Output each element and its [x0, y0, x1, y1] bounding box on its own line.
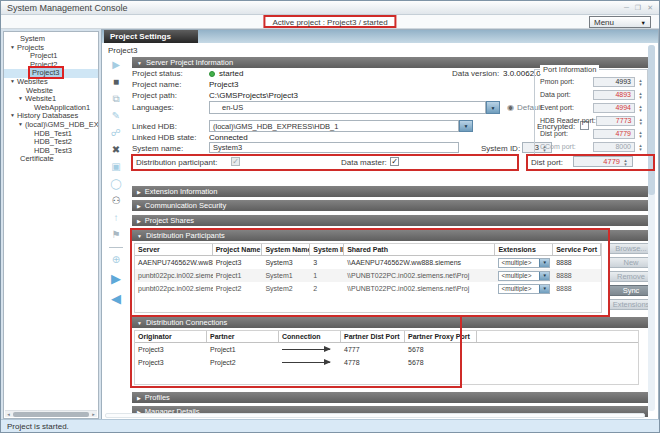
section-profiles[interactable]: Profiles — [132, 392, 648, 403]
project-name-value: Project3 — [209, 80, 238, 89]
collapse-icon — [137, 231, 142, 240]
expander-icon[interactable] — [10, 43, 17, 52]
port-row-pmon: Pmon port: 4993 — [540, 76, 644, 87]
spinner-arrows-icon[interactable] — [637, 91, 644, 99]
languages-label: Languages: — [132, 103, 174, 112]
minimize-icon[interactable]: ─ — [624, 4, 629, 12]
pmon-port-stepper[interactable]: 4993 — [593, 77, 635, 87]
dist-port-stepper[interactable]: 4779 — [573, 156, 633, 167]
connection-arrow-icon — [282, 349, 330, 350]
add-icon[interactable]: ⊕ — [112, 255, 120, 265]
connections-table: Originator Partner Connection Partner Di… — [134, 330, 639, 385]
main-vertical-scrollbar[interactable] — [648, 45, 655, 411]
linked-hdb-dropdown-button[interactable] — [459, 120, 473, 132]
table-row[interactable]: punbt022pc.in002.siemens.net Project2 Sy… — [135, 282, 601, 295]
expander-icon[interactable] — [18, 94, 25, 103]
scrollbar-thumb[interactable] — [13, 412, 89, 417]
project-status-value: started — [219, 69, 243, 78]
restore-icon[interactable]: ◯ — [110, 179, 121, 189]
spinner-arrows-icon[interactable] — [637, 104, 644, 112]
sync-button[interactable]: Sync — [609, 285, 653, 296]
project-settings-body: Project3 ▶ ■ ⧉ ✎ ☍ ✖ ▣ ◯ ⚇ ↑ ⚑ ⊕ ▶ ◀ — [103, 43, 657, 419]
extensions-dropdown[interactable]: <multiple> — [498, 258, 550, 268]
extensions-button[interactable]: Extensions — [609, 299, 653, 310]
hdb-reader-port-stepper[interactable]: 7773 — [596, 116, 636, 126]
share-users-icon[interactable]: ⚇ — [112, 196, 121, 206]
copy-icon[interactable]: ⧉ — [112, 94, 119, 104]
port-information-title: Port Information — [540, 65, 599, 74]
remove-button[interactable]: Remove — [609, 271, 653, 282]
data-version-label: Data version: — [452, 69, 499, 78]
menu-dropdown[interactable]: Menu — [589, 16, 651, 28]
spinner-arrows-icon[interactable] — [637, 78, 644, 86]
participants-table: Server Project Name System Name System I… — [134, 243, 602, 313]
browse-button[interactable]: Browse... — [609, 243, 653, 254]
close-icon[interactable]: ✕ — [647, 4, 653, 12]
upgrade-icon[interactable]: ↑ — [114, 213, 119, 223]
spinner-arrows-icon[interactable] — [622, 158, 629, 166]
tree-item-certificate[interactable]: Certificate — [4, 155, 98, 164]
extensions-dropdown[interactable]: <multiple> — [498, 271, 550, 281]
title-bar: System Management Console ─ ❐ ✕ — [1, 1, 659, 15]
maximize-icon[interactable]: ❐ — [635, 4, 641, 12]
scrollbar-thumb[interactable] — [648, 45, 655, 195]
scroll-left-icon[interactable]: ◂ — [5, 411, 12, 417]
port-row-event: Event port: 4994 — [540, 102, 644, 113]
section-distribution-participants[interactable]: Distribution Participants — [132, 230, 648, 241]
languages-listbox[interactable]: en-US — [209, 101, 486, 114]
linked-hdb-combobox[interactable]: (local)\GMS_HDB_EXPRESS\HDB_1 — [209, 120, 459, 132]
forward-icon[interactable]: ▶ — [111, 272, 121, 285]
system-id-label: System ID: — [481, 144, 520, 153]
distribution-icon[interactable]: ✖ — [112, 145, 120, 155]
project-status-label: Project status: — [132, 69, 183, 78]
stop-icon[interactable]: ■ — [113, 77, 119, 87]
start-icon[interactable]: ▶ — [112, 60, 120, 70]
table-row[interactable]: Project3 Project2 4778 5678 — [135, 356, 638, 369]
dist-port-label: Dist port: — [531, 158, 563, 167]
expand-icon — [137, 216, 141, 225]
link-icon[interactable]: ☍ — [111, 128, 121, 138]
window-title: System Management Console — [7, 3, 624, 13]
scroll-right-icon[interactable]: ▸ — [90, 411, 97, 417]
expander-icon[interactable] — [10, 111, 17, 120]
spinner-arrows-icon[interactable] — [637, 130, 644, 138]
dist-port-stepper-group[interactable]: 4779 — [593, 129, 635, 139]
event-port-stepper[interactable]: 4994 — [593, 103, 635, 113]
expander-icon[interactable] — [10, 77, 17, 86]
toolbar-divider — [109, 247, 123, 248]
section-extension-information[interactable]: Extension Information — [132, 186, 648, 197]
main-panel: Project Settings Project3 ▶ ■ ⧉ ✎ ☍ ✖ ▣ … — [101, 29, 659, 421]
expander-icon[interactable] — [18, 120, 25, 129]
tree-horizontal-scrollbar[interactable]: ◂ ▸ — [5, 410, 97, 417]
data-port-stepper[interactable]: 4893 — [593, 90, 635, 100]
collapse-icon — [137, 318, 142, 327]
languages-dropdown-button[interactable] — [486, 101, 500, 114]
extensions-dropdown[interactable]: <multiple> — [498, 284, 550, 294]
main-horizontal-scrollbar[interactable] — [105, 413, 645, 418]
edit-icon[interactable]: ✎ — [112, 111, 120, 121]
system-tree: System Projects Project1 Project2 Projec… — [3, 31, 99, 419]
data-master-checkbox[interactable] — [390, 157, 399, 166]
menu-dropdown-label: Menu — [594, 18, 614, 27]
table-row[interactable]: punbt022pc.in002.siemens.net Project1 Sy… — [135, 269, 601, 282]
ccom-port-stepper[interactable]: 8000 — [593, 142, 635, 152]
linked-hdb-state-value: Connected — [209, 133, 248, 142]
section-project-shares[interactable]: Project Shares — [132, 215, 648, 226]
tab-project-settings[interactable]: Project Settings — [104, 30, 198, 43]
port-row-data: Data port: 4893 — [540, 89, 644, 100]
section-distribution-connections[interactable]: Distribution Connections — [132, 317, 648, 328]
section-communication-security[interactable]: Communication Security — [132, 200, 648, 211]
back-icon[interactable]: ◀ — [111, 292, 121, 305]
project-path-label: Project path: — [132, 91, 177, 100]
notification-icon[interactable]: ⚑ — [112, 230, 121, 240]
table-row[interactable]: AAENPU746562W.ww88l Project3 System3 3 \… — [135, 256, 601, 269]
table-row[interactable]: Project3 Project1 4777 5678 — [135, 343, 638, 356]
spinner-arrows-icon[interactable] — [637, 143, 644, 151]
port-row-ccom: CCom port: 8000 — [540, 141, 644, 152]
save-icon[interactable]: ▣ — [111, 162, 120, 172]
project-name-label: Project name: — [132, 80, 181, 89]
spinner-arrows-icon[interactable] — [637, 117, 644, 125]
distribution-participant-checkbox[interactable] — [231, 157, 240, 166]
new-button[interactable]: New — [609, 257, 653, 268]
system-name-input[interactable]: System3 — [209, 142, 459, 153]
